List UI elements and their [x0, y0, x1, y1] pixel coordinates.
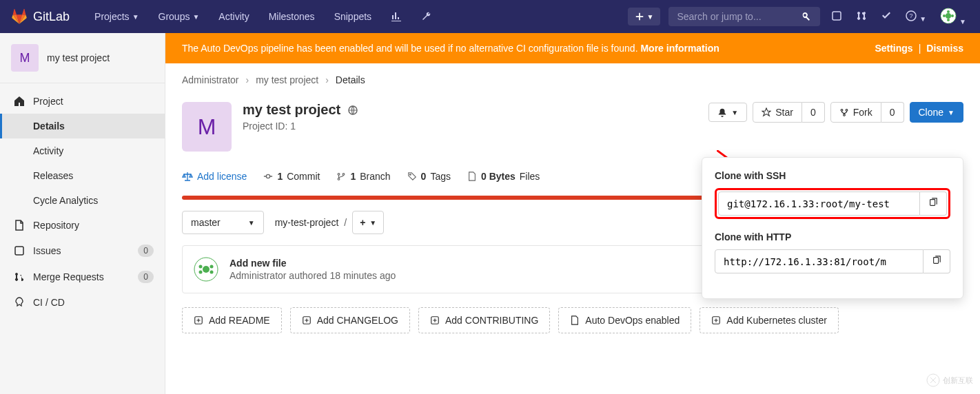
- help-icon[interactable]: ? ▼: [903, 8, 929, 26]
- add-license-link[interactable]: Add license: [182, 171, 247, 182]
- path-root[interactable]: my-test-project: [275, 217, 339, 228]
- clone-http-label: Clone with HTTP: [715, 231, 950, 242]
- sidebar-item-merge-requests[interactable]: Merge Requests 0: [0, 264, 165, 290]
- branch-select[interactable]: master ▼: [182, 211, 264, 234]
- nav-wrench-icon[interactable]: [413, 6, 440, 28]
- sidebar-project-header[interactable]: M my test project: [0, 33, 165, 83]
- file-icon: [570, 315, 580, 325]
- sidebar-item-repository[interactable]: Repository: [0, 213, 165, 238]
- plus-square-icon: [711, 315, 721, 325]
- branches-stat[interactable]: 1 Branch: [336, 171, 390, 182]
- main-content: The Auto DevOps pipeline has been enable…: [165, 33, 980, 394]
- search-input[interactable]: [677, 11, 801, 22]
- star-icon: [762, 107, 771, 117]
- add-contributing-button[interactable]: Add CONTRIBUTING: [418, 307, 550, 333]
- add-kubernetes-button[interactable]: Add Kubernetes cluster: [700, 307, 839, 333]
- clone-http-input[interactable]: [715, 249, 923, 273]
- svg-point-6: [951, 14, 954, 17]
- svg-point-17: [210, 271, 214, 274]
- clone-button[interactable]: Clone ▼: [910, 102, 964, 123]
- nav-chart-icon[interactable]: [382, 6, 410, 28]
- file-icon: [467, 172, 477, 181]
- copy-http-button[interactable]: [923, 249, 950, 273]
- chevron-down-icon: ▼: [192, 13, 199, 21]
- svg-rect-24: [930, 200, 935, 206]
- issues-icon: [14, 245, 25, 256]
- add-changelog-button[interactable]: Add CHANGELOG: [290, 307, 410, 333]
- breadcrumb-item[interactable]: Administrator: [182, 74, 238, 85]
- search-box[interactable]: [668, 7, 820, 26]
- sidebar-item-details[interactable]: Details: [0, 114, 165, 138]
- nav-milestones[interactable]: Milestones: [261, 6, 323, 28]
- add-file-button[interactable]: + ▼: [352, 211, 384, 234]
- gitlab-icon: [11, 8, 28, 25]
- tags-stat[interactable]: 0 Tags: [407, 171, 451, 182]
- sidebar-item-issues[interactable]: Issues 0: [0, 238, 165, 264]
- sidebar-item-activity[interactable]: Activity: [0, 138, 165, 163]
- chevron-down-icon: ▼: [731, 109, 738, 116]
- rocket-icon: [14, 297, 25, 308]
- banner-more-link[interactable]: More information: [640, 43, 719, 54]
- commits-stat[interactable]: 1 Commit: [263, 171, 320, 182]
- new-menu-button[interactable]: ▼: [628, 8, 661, 25]
- svg-rect-25: [934, 258, 939, 264]
- brand-logo[interactable]: GitLab: [11, 8, 70, 25]
- svg-point-16: [199, 271, 203, 274]
- issues-icon[interactable]: [828, 8, 845, 26]
- banner-dismiss-link[interactable]: Dismiss: [926, 43, 963, 54]
- todos-icon[interactable]: [878, 8, 895, 26]
- nav-groups[interactable]: Groups ▼: [150, 6, 208, 28]
- sidebar-item-cicd[interactable]: CI / CD: [0, 290, 165, 315]
- project-title: my test project: [243, 102, 340, 118]
- auto-devops-button[interactable]: Auto DevOps enabled: [558, 307, 691, 333]
- plus-square-icon: [194, 315, 203, 325]
- chevron-down-icon: ▼: [132, 13, 139, 21]
- nav-projects[interactable]: Projects ▼: [86, 6, 147, 28]
- nav-activity[interactable]: Activity: [210, 6, 257, 28]
- nav-snippets[interactable]: Snippets: [326, 6, 380, 28]
- sidebar-item-cycle-analytics[interactable]: Cycle Analytics: [0, 188, 165, 213]
- chevron-right-icon: ›: [245, 74, 249, 85]
- banner-settings-link[interactable]: Settings: [875, 43, 912, 54]
- chevron-right-icon: ›: [325, 74, 329, 85]
- breadcrumb: Administrator › my test project › Detail…: [165, 63, 980, 96]
- merge-requests-icon[interactable]: [853, 8, 870, 26]
- sidebar-item-releases[interactable]: Releases: [0, 163, 165, 188]
- file-path: my-test-project / + ▼: [275, 211, 385, 234]
- sidebar-item-label: Project: [33, 96, 63, 107]
- svg-point-7: [947, 10, 950, 13]
- files-stat[interactable]: 0 Bytes Files: [467, 171, 540, 182]
- chevron-down-icon: ▼: [647, 13, 654, 21]
- hero-avatar: M: [182, 102, 232, 152]
- copy-ssh-button[interactable]: [920, 191, 947, 216]
- clone-ssh-label: Clone with SSH: [715, 170, 950, 181]
- svg-text:?: ?: [910, 12, 913, 19]
- plus-icon: +: [360, 217, 365, 228]
- svg-point-14: [199, 265, 203, 269]
- chevron-down-icon: ▼: [959, 18, 966, 25]
- project-id: Project ID: 1: [243, 121, 358, 132]
- star-button[interactable]: Star: [753, 102, 802, 123]
- svg-rect-0: [833, 12, 841, 20]
- chevron-down-icon: ▼: [948, 109, 955, 116]
- clone-dropdown: Clone with SSH Clone with HTTP: [702, 157, 963, 299]
- breadcrumb-item[interactable]: my test project: [256, 74, 318, 85]
- avatar-icon: [940, 8, 957, 24]
- search-icon: [801, 11, 812, 22]
- chevron-down-icon: ▼: [919, 15, 926, 23]
- notification-button[interactable]: ▼: [708, 103, 747, 122]
- clone-ssh-input[interactable]: [718, 191, 920, 216]
- plus-icon: [635, 12, 644, 21]
- sidebar-item-label: Activity: [33, 145, 63, 156]
- watermark: 创新互联: [926, 373, 973, 387]
- breadcrumb-current: Details: [336, 74, 365, 85]
- fork-button[interactable]: Fork: [830, 102, 881, 123]
- user-menu[interactable]: ▼: [937, 5, 969, 29]
- add-readme-button[interactable]: Add README: [182, 307, 282, 333]
- sidebar-item-project[interactable]: Project: [0, 89, 165, 114]
- mr-badge: 0: [138, 271, 154, 283]
- commit-icon: [263, 172, 273, 181]
- project-avatar: M: [11, 44, 39, 72]
- issues-badge: 0: [138, 245, 154, 257]
- tag-icon: [407, 172, 417, 181]
